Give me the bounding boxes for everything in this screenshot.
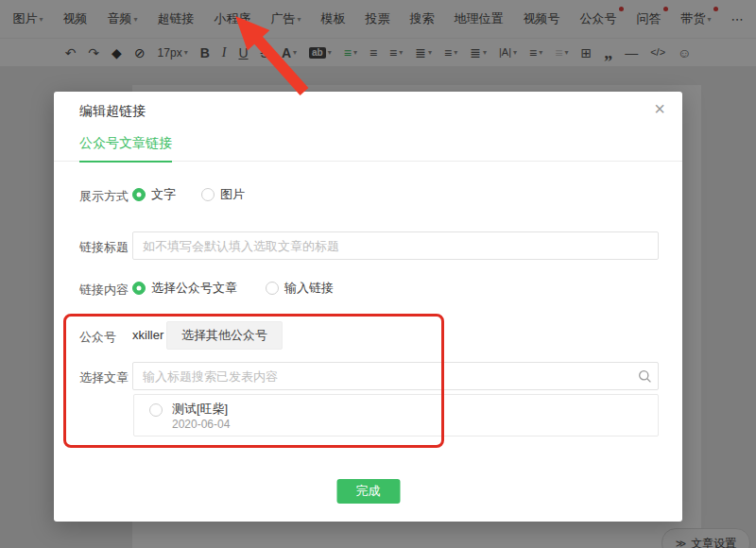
article-title: 测试[旺柴]	[172, 401, 228, 418]
official-account-label: 公众号	[79, 329, 116, 346]
option-image[interactable]: 图片	[201, 186, 245, 203]
option-enter-link-label: 输入链接	[284, 280, 334, 297]
tab-official-account-article-link[interactable]: 公众号文章链接	[79, 135, 172, 163]
choose-other-account-button[interactable]: 选择其他公众号	[166, 321, 283, 350]
radio-unchecked-icon[interactable]	[266, 282, 279, 295]
article-search-input[interactable]	[132, 362, 659, 390]
option-select-official-article[interactable]: 选择公众号文章	[132, 280, 237, 297]
dialog-title: 编辑超链接	[79, 103, 146, 120]
link-content-options: 选择公众号文章 输入链接	[132, 280, 334, 297]
edit-hyperlink-dialog: 编辑超链接 × 公众号文章链接 展示方式 文字 图片 链接标题 链接内容 选择公…	[54, 92, 682, 522]
wechat-editor-screen: 图片 ▾ 视频 音频 ▾ 超链接 小程序	[0, 0, 756, 548]
option-enter-link[interactable]: 输入链接	[266, 280, 334, 297]
done-button[interactable]: 完成	[336, 479, 400, 504]
option-text[interactable]: 文字	[132, 186, 176, 203]
search-icon[interactable]	[638, 369, 652, 384]
option-text-label: 文字	[151, 186, 176, 203]
radio-checked-icon[interactable]	[132, 282, 146, 295]
radio-unchecked-icon[interactable]	[201, 188, 215, 201]
link-title-input[interactable]	[132, 231, 659, 260]
close-icon[interactable]: ×	[654, 99, 665, 118]
display-mode-label: 展示方式	[79, 188, 129, 205]
official-account-value: xkiller	[132, 328, 163, 342]
article-date: 2020-06-04	[172, 418, 230, 431]
select-article-label: 选择文章	[79, 369, 129, 386]
display-mode-options: 文字 图片	[132, 186, 245, 203]
option-image-label: 图片	[220, 186, 245, 203]
radio-checked-icon[interactable]	[132, 188, 146, 201]
option-select-official-article-label: 选择公众号文章	[151, 280, 237, 297]
article-result-item[interactable]: 测试[旺柴] 2020-06-04	[133, 394, 659, 437]
link-title-label: 链接标题	[79, 239, 129, 256]
link-content-label: 链接内容	[79, 282, 129, 299]
radio-unchecked-icon[interactable]	[149, 403, 163, 417]
